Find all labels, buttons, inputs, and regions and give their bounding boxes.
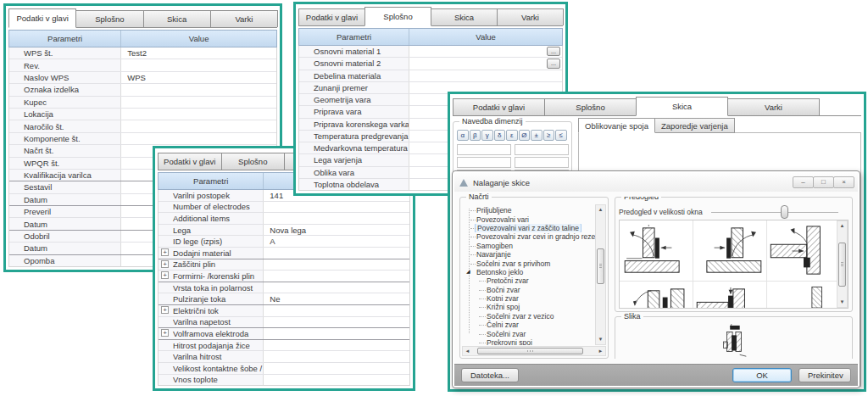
weld-sketch-thumbnail[interactable] (767, 220, 837, 282)
table-row[interactable]: Naročilo št. (9, 120, 276, 131)
parameter-value-cell[interactable]: Ne (264, 293, 409, 304)
table-row[interactable]: Osnovni material 1 ... (299, 46, 562, 57)
tree-item[interactable]: Prekrovni spoj (464, 338, 595, 345)
table-row[interactable]: + Električni tok (159, 304, 409, 316)
subtab[interactable]: Zaporedje varjenja (654, 118, 735, 133)
tree-item[interactable]: Čelni zvar (464, 321, 595, 329)
weld-sketch-thumbnail[interactable] (620, 220, 693, 282)
parameter-value-cell[interactable] (121, 59, 276, 70)
zoom-slider-thumb[interactable] (781, 205, 788, 219)
dimension-symbol-button[interactable]: β (470, 130, 481, 141)
expand-icon[interactable]: + (161, 248, 169, 256)
parameter-value-cell[interactable] (264, 259, 409, 271)
maximize-button[interactable]: □ (813, 176, 834, 188)
parameter-value-cell[interactable] (121, 133, 276, 144)
scroll-up-icon[interactable]: ▲ (598, 205, 604, 215)
scroll-track[interactable] (472, 347, 596, 355)
tab[interactable]: Podatki v glavi (298, 8, 365, 25)
tree-item[interactable]: Povezovalni vari z zaščito taline (464, 224, 595, 232)
table-row[interactable]: Lega Nova lega (159, 224, 409, 236)
tree-item[interactable]: Pretočni zvar (464, 276, 595, 285)
tab[interactable]: Varki (497, 8, 564, 25)
scroll-track[interactable] (837, 231, 847, 298)
browse-button[interactable]: ... (547, 47, 560, 56)
parameter-value-cell[interactable] (264, 363, 409, 374)
scroll-right-icon[interactable]: ► (596, 347, 605, 356)
tab[interactable]: Splošno (364, 7, 431, 26)
dimension-symbol-button[interactable]: Ø (519, 130, 531, 141)
tab[interactable]: Skica (431, 8, 498, 25)
scroll-up-icon[interactable]: ▲ (840, 221, 845, 231)
dimension-symbol-button[interactable]: γ (481, 130, 493, 141)
scroll-left-icon[interactable]: ◄ (463, 347, 472, 356)
tab[interactable]: Podatki v glavi (453, 98, 545, 115)
parameter-value-cell[interactable]: WPS (121, 72, 276, 83)
table-row[interactable]: Vnos toplote (159, 374, 409, 386)
parameter-value-cell[interactable] (264, 317, 409, 328)
expand-icon[interactable]: + (161, 306, 169, 314)
table-row[interactable]: Lokacija (9, 108, 276, 120)
dimension-input[interactable] (515, 157, 569, 168)
subtab[interactable]: Oblikovanje spoja (578, 118, 655, 133)
expand-icon[interactable]: + (161, 329, 169, 337)
close-button[interactable]: × (833, 176, 854, 188)
parameter-value-cell[interactable] (121, 84, 276, 95)
table-row[interactable]: Naslov WPS WPS (9, 71, 276, 83)
table-row[interactable]: Pulziranje toka Ne (159, 293, 409, 304)
scroll-thumb[interactable] (477, 348, 584, 354)
preview-vertical-scrollbar[interactable]: ▲ ▼ (837, 220, 848, 308)
tree-item[interactable]: Samogiben (464, 242, 595, 250)
table-row[interactable]: Vrsta toka in polarnost (159, 282, 409, 293)
table-row[interactable]: Rev. (9, 59, 276, 70)
table-row[interactable]: + Dodajni material (159, 247, 409, 259)
table-row[interactable]: Hitrost podajanja žice (159, 339, 409, 351)
parameter-value-cell[interactable] (264, 340, 409, 351)
parameter-value-cell[interactable] (264, 213, 409, 224)
dialog-titlebar[interactable]: Nalaganje skice – □ × (454, 173, 858, 192)
tab[interactable]: Splošno (544, 98, 637, 115)
parameter-value-cell[interactable]: Nova lega (264, 225, 409, 236)
scroll-thumb[interactable] (838, 243, 846, 287)
dimension-symbol-button[interactable]: ≤ (555, 130, 567, 141)
tree-horizontal-scrollbar[interactable]: ◄ ► (462, 346, 606, 356)
dimension-input[interactable] (457, 157, 511, 168)
table-row[interactable]: Komponente št. (9, 132, 276, 144)
table-row[interactable]: + Volframova elektroda (159, 327, 409, 339)
tab[interactable]: Splošno (221, 153, 286, 170)
cancel-button[interactable]: Prekinitev (798, 368, 851, 382)
tree-item[interactable]: ◢ Betonsko jeklo (464, 268, 595, 276)
tab[interactable]: Varki (210, 10, 278, 27)
tree-item[interactable]: Križni spoj (464, 303, 595, 311)
parameter-value-cell[interactable]: ... (409, 46, 562, 57)
table-row[interactable]: Velikost kontaktne šobe / plin... (159, 362, 409, 374)
parameter-value-cell[interactable] (264, 271, 409, 282)
tree-item[interactable]: Kotni zvar (464, 294, 595, 303)
table-row[interactable]: Varilna hitrost (159, 350, 409, 362)
tree-item[interactable]: Bočni zvar (464, 286, 595, 294)
minimize-button[interactable]: – (793, 176, 814, 188)
table-row[interactable]: Number of electrodes (159, 201, 409, 213)
table-row[interactable]: + Zaščitni plin (159, 259, 409, 271)
table-row[interactable]: WPS št. Test2 (9, 47, 276, 59)
tab[interactable]: Podatki v glavi (158, 153, 222, 170)
tree-expander-icon[interactable]: ◢ (466, 268, 470, 274)
tree-item[interactable]: Sočelni zvar (464, 329, 595, 337)
scroll-down-icon[interactable]: ▼ (840, 298, 845, 307)
parameter-value-cell[interactable] (264, 202, 409, 213)
parameter-value-cell[interactable] (264, 375, 409, 386)
parameter-value-cell[interactable] (121, 120, 276, 131)
dimension-symbol-button[interactable]: δ (494, 130, 506, 141)
parameter-value-cell[interactable]: A (264, 236, 409, 247)
browse-button[interactable]: ... (547, 59, 560, 68)
tree-item[interactable]: Sočelni zvar z vezico (464, 312, 595, 321)
parameter-value-cell[interactable] (264, 282, 409, 293)
tree-item[interactable]: Sočelni zvar s privihom (464, 259, 595, 267)
table-row[interactable]: Osnovni material 2 ... (299, 57, 562, 69)
parameter-value-cell[interactable] (264, 328, 409, 339)
parameter-value-cell[interactable]: Test2 (121, 47, 276, 59)
dimension-symbol-button[interactable]: ± (531, 130, 542, 141)
table-row[interactable]: Debelina materiala (299, 70, 562, 81)
weld-sketch-thumbnail[interactable] (693, 282, 767, 308)
tab[interactable]: Splošno (75, 10, 143, 27)
scroll-down-icon[interactable]: ▼ (598, 335, 604, 344)
